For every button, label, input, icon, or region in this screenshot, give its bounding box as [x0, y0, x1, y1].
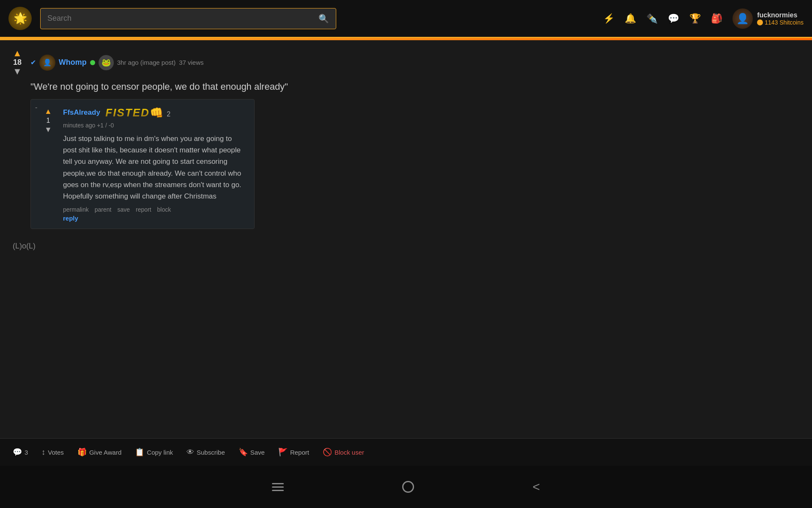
coin-icon — [757, 19, 763, 25]
comment-author[interactable]: FfsAlready — [63, 108, 100, 116]
block-user-action[interactable]: 🚫 Block user — [323, 447, 364, 457]
block-icon: 🚫 — [323, 447, 332, 457]
author-section: ✔ 👤 Whomp 🐸 3hr ago (image post) 37 view… — [30, 55, 204, 71]
post-time: 3hr ago (image post) — [117, 59, 176, 66]
pen-icon[interactable]: ✒️ — [646, 13, 658, 24]
nav-back-button[interactable]: < — [532, 480, 540, 494]
save-action[interactable]: 🔖 Save — [239, 447, 265, 457]
report-label: Report — [290, 449, 309, 456]
comment-vote-count: 1 — [46, 117, 50, 124]
block-user-label: Block user — [335, 449, 364, 456]
comment-count: 3 — [25, 449, 28, 456]
verified-icon: ✔ — [30, 58, 36, 66]
subscribe-action[interactable]: 👁 Subscribe — [187, 448, 225, 457]
search-button[interactable]: 🔍 — [312, 14, 336, 24]
parent-link[interactable]: parent — [95, 206, 112, 213]
permalink-link[interactable]: permalink — [63, 206, 89, 213]
reply-link[interactable]: reply — [63, 215, 247, 222]
user-info: 👤 fucknormies 1143 Shitcoins — [732, 8, 804, 29]
trophy-icon[interactable]: 🏆 — [689, 13, 701, 24]
report-icon: 🚩 — [278, 447, 288, 457]
nav-line-2 — [272, 486, 284, 488]
downvote-button[interactable]: ▼ — [13, 67, 22, 76]
comment-actions: permalink parent save report block — [63, 206, 247, 213]
fisted-badge: FISTED👊 2 — [105, 106, 170, 119]
subscribe-label: Subscribe — [197, 449, 225, 456]
header-right: ⚡ 🔔 ✒️ 💬 🏆 🎒 👤 fucknormies 1143 Shitcoin… — [603, 8, 804, 29]
frog-icon: 🐸 — [99, 55, 114, 70]
notification-icon[interactable]: 🔔 — [625, 13, 636, 24]
comment-downvote[interactable]: ▼ — [44, 124, 52, 135]
lightning-icon[interactable]: ⚡ — [603, 13, 614, 24]
post-area: ▲ 18 ▼ ✔ 👤 Whomp 🐸 3hr ago (image post) … — [0, 40, 812, 268]
chat-icon[interactable]: 💬 — [668, 13, 679, 24]
badge-number: 2 — [165, 110, 170, 118]
give-award-label: Give Award — [89, 449, 121, 456]
comments-action[interactable]: 💬 3 — [13, 447, 28, 457]
back-chevron-icon: < — [532, 480, 540, 494]
user-details: fucknormies 1143 Shitcoins — [757, 11, 804, 26]
header: 🌟 🔍 ⚡ 🔔 ✒️ 💬 🏆 🎒 👤 fucknormies 1143 Shit… — [0, 0, 812, 38]
copy-icon: 📋 — [135, 447, 144, 457]
post-footer-text: (L)o(L) — [13, 242, 799, 251]
comment-upvote[interactable]: ▲ — [44, 106, 52, 117]
comment-vote-column: ▲ 1 ▼ — [44, 106, 52, 135]
block-link[interactable]: block — [157, 206, 171, 213]
report-action[interactable]: 🚩 Report — [278, 447, 309, 457]
vote-count: 18 — [13, 58, 22, 67]
give-award-action[interactable]: 🎁 Give Award — [77, 447, 121, 457]
author-avatar[interactable]: 👤 — [39, 55, 55, 71]
site-logo[interactable]: 🌟 — [8, 7, 32, 30]
bag-icon[interactable]: 🎒 — [711, 13, 722, 24]
report-link[interactable]: report — [136, 206, 151, 213]
vote-column: ▲ 18 ▼ — [13, 49, 22, 76]
username: fucknormies — [757, 11, 804, 19]
award-icon: 🎁 — [77, 447, 87, 457]
home-circle-icon — [402, 481, 414, 493]
nav-line-3 — [272, 490, 284, 491]
comment-body: Just stop talking to me in dm's when you… — [63, 133, 247, 202]
comment-author-row: FfsAlready FISTED👊 2 — [63, 106, 247, 119]
votes-icon: ↕ — [41, 448, 45, 457]
subscribe-icon: 👁 — [187, 448, 194, 457]
fisted-text: FISTED — [105, 106, 149, 119]
save-icon: 🔖 — [239, 447, 248, 457]
votes-label: Votes — [48, 449, 64, 456]
copy-link-label: Copy link — [147, 449, 173, 456]
nav-menu-button[interactable] — [272, 483, 284, 491]
android-navbar: < — [0, 466, 812, 508]
post-author[interactable]: Whomp — [59, 58, 87, 67]
save-link[interactable]: save — [117, 206, 130, 213]
save-label: Save — [250, 449, 265, 456]
post-title: "We're not going to censor people, we do… — [30, 81, 799, 92]
upvote-button[interactable]: ▲ — [13, 49, 22, 58]
bottom-action-bar: 💬 3 ↕ Votes 🎁 Give Award 📋 Copy link 👁 S… — [0, 438, 812, 466]
nav-line-1 — [272, 483, 284, 484]
comment-timestamp: minutes ago +1 / -0 — [63, 122, 247, 129]
votes-action[interactable]: ↕ Votes — [41, 448, 64, 457]
collapse-button[interactable]: - — [35, 104, 37, 111]
nav-home-button[interactable] — [402, 481, 414, 493]
online-indicator — [90, 60, 95, 65]
logo-icon: 🌟 — [14, 12, 27, 25]
comment-container: - ▲ 1 ▼ FfsAlready FISTED👊 2 minutes ago… — [30, 99, 255, 229]
post-meta: ▲ 18 ▼ ✔ 👤 Whomp 🐸 3hr ago (image post) … — [13, 49, 799, 76]
copy-link-action[interactable]: 📋 Copy link — [135, 447, 173, 457]
avatar[interactable]: 👤 — [732, 8, 753, 29]
fist-icon: 👊 — [150, 106, 163, 119]
search-input[interactable] — [41, 14, 312, 23]
post-views: 37 views — [179, 59, 203, 66]
comment-content: FfsAlready FISTED👊 2 minutes ago +1 / -0… — [63, 106, 247, 222]
hamburger-icon — [272, 483, 284, 491]
search-bar: 🔍 — [40, 8, 336, 29]
user-coins: 1143 Shitcoins — [757, 19, 804, 26]
comment-icon: 💬 — [13, 447, 22, 457]
